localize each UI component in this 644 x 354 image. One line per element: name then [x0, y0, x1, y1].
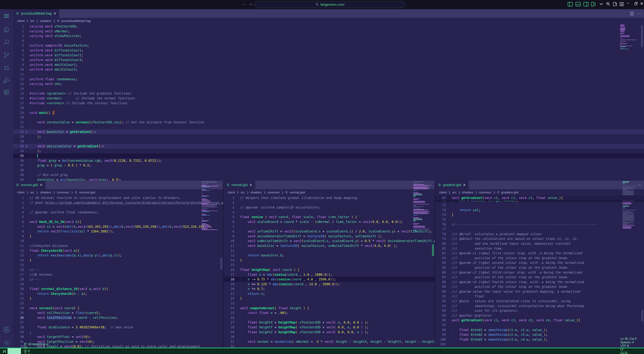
line-number[interactable]: 21	[13, 120, 24, 125]
line-number[interactable]: 5	[13, 215, 24, 219]
line-number[interactable]: 21	[13, 291, 24, 296]
code-line[interactable]: 11 vec4 baseColor = texture2D( noiseText…	[224, 243, 435, 248]
minimap[interactable]	[413, 181, 431, 231]
line-number[interactable]: 38	[13, 168, 24, 173]
split-editor-icon[interactable]	[630, 11, 634, 15]
line-number[interactable]: 10	[13, 67, 24, 72]
code-line[interactable]: 37 gray = ( gray - 0.5 ) * 0.2;	[13, 163, 644, 168]
line-number[interactable]: 18	[224, 277, 234, 282]
breadcrumb-item[interactable]: common	[268, 191, 280, 194]
line-number[interactable]: 30	[13, 144, 24, 149]
status-item[interactable]: GLSL	[620, 351, 636, 354]
breadcrumb-item[interactable]: gradient.glsl	[501, 191, 518, 194]
code-line[interactable]: 73 return col;	[435, 208, 644, 213]
close-tab-icon[interactable]: ✕	[54, 11, 56, 15]
code-line[interactable]: 9}	[13, 234, 223, 239]
breadcrumb[interactable]: client❯src❯shaders❯proceduralMetal.frag	[13, 18, 644, 24]
code-line[interactable]: 34 );	[13, 148, 644, 153]
line-number[interactable]: 15	[13, 91, 24, 96]
status-item-warning[interactable]: 0	[24, 353, 48, 354]
code-line[interactable]: 79/// @detail the calculations are based…	[435, 236, 644, 241]
line-number[interactable]: 92	[435, 299, 446, 304]
code-line[interactable]: 10	[13, 239, 223, 243]
code-area[interactable]: 70 col = mix(c1.rgb, c2.rgb, blend1);71 …	[435, 195, 644, 348]
line-number[interactable]: 91	[435, 294, 446, 299]
line-number[interactable]: 8	[13, 229, 24, 234]
line-number[interactable]: 94	[435, 308, 446, 313]
line-number[interactable]: 72	[435, 203, 446, 208]
close-tab-icon[interactable]: ✕	[40, 183, 42, 187]
run-and-debug-icon[interactable]	[0, 75, 13, 86]
line-number[interactable]: 7	[224, 224, 234, 229]
line-number[interactable]: 28	[13, 325, 24, 330]
code-line[interactable]: 1varying vec3 vTexCoord3D;	[13, 24, 644, 29]
breadcrumb-item[interactable]: proceduralMetal.frag	[62, 19, 90, 23]
code-line[interactable]: 92/// @note values are interpolated clos…	[435, 299, 644, 304]
code-line[interactable]: 8uniform vec4 diffuseColour3;	[13, 57, 644, 62]
code-line[interactable]: 16//----	[13, 267, 223, 272]
code-line[interactable]: 23	[13, 301, 223, 306]
line-number[interactable]: 16	[13, 96, 24, 101]
code-line[interactable]: 24vec4 voronoi(vec3 coord) {	[13, 306, 223, 311]
code-line[interactable]: 3	[13, 205, 223, 210]
breadcrumb-item[interactable]: src	[241, 191, 245, 194]
code-line[interactable]: 84/// @param c2 [rgbw] second colour sto…	[435, 260, 644, 265]
line-number[interactable]: 34	[13, 148, 24, 153]
code-line[interactable]: 2// @see https://github.com/kinakomoti-3…	[13, 200, 223, 205]
code-line[interactable]: 77	[435, 227, 644, 232]
code-line[interactable]: 9 vec4 noiseGeneratorTimeShift = texture…	[224, 234, 435, 239]
scrollbar-thumb[interactable]	[641, 25, 643, 47]
code-line[interactable]: 85/// position of the colour stop on the…	[435, 265, 644, 270]
code-line[interactable]: 26 vec3 localPosition = coord - cellPosi…	[13, 315, 223, 320]
line-number[interactable]: 10	[224, 239, 234, 243]
code-line[interactable]: 19	[13, 282, 223, 287]
code-line[interactable]: 17//3D Voronoi	[13, 272, 223, 277]
fold-chevron-icon[interactable]: ❯	[24, 144, 30, 149]
code-line[interactable]: 2	[224, 200, 435, 205]
line-number[interactable]: 3	[13, 205, 24, 210]
zoom-in-icon[interactable]	[606, 2, 610, 6]
line-number[interactable]: 78	[435, 232, 446, 237]
line-number[interactable]: 29	[224, 330, 234, 335]
breadcrumb-item[interactable]: shaders	[462, 191, 474, 194]
code-line[interactable]: 21 return Checyshev3D(b - a);	[13, 291, 223, 296]
code-line[interactable]: 3// @param: uniform sampler2D noiseTextu…	[224, 205, 435, 210]
line-number[interactable]: 40	[13, 177, 24, 181]
remote-chip[interactable]	[8, 348, 21, 354]
code-line[interactable]: 19 n += 0.125 * abs(snoise(coord , 14.0 …	[224, 282, 435, 287]
fold-chevron-icon[interactable]: ❯	[24, 129, 30, 134]
account-icon[interactable]	[0, 324, 13, 335]
code-line[interactable]: 13varying vec3 vUv;	[13, 81, 644, 86]
line-number[interactable]: 30	[13, 335, 24, 339]
breadcrumb-item[interactable]: common	[479, 191, 492, 194]
line-number[interactable]: 23	[224, 301, 234, 306]
breadcrumb-item[interactable]: voronoi.glsl	[79, 191, 95, 194]
code-line[interactable]: 16float heightMap( vec3 coord ) {	[224, 267, 435, 272]
code-line[interactable]: 82/// @param c1 [rgbw] first colour stop…	[435, 251, 644, 256]
line-number[interactable]: 99	[435, 332, 446, 337]
line-number[interactable]: 100	[435, 337, 446, 342]
line-number[interactable]: 95	[435, 313, 446, 318]
line-number[interactable]: 13	[224, 253, 234, 258]
line-number[interactable]: 20	[13, 115, 24, 120]
code-line[interactable]: 24vec3 computeNormal( float height ) {	[224, 306, 435, 311]
line-number[interactable]: 64	[435, 195, 446, 200]
breadcrumb[interactable]: client❯src❯shaders❯common❯gradient.glsl	[435, 189, 644, 195]
line-number[interactable]: 96	[435, 318, 446, 323]
split-left-icon[interactable]	[567, 2, 573, 7]
line-number[interactable]: 13	[13, 81, 24, 86]
code-line[interactable]: 29 float heightZ = heightMap( vTexCoord3…	[224, 330, 435, 335]
code-line[interactable]: 88/// @param c4 [rgbw] fourth colour sto…	[435, 280, 644, 285]
code-line[interactable]: 12float Checyshev3D(vec3 p){	[13, 248, 223, 253]
line-number[interactable]: 83	[435, 256, 446, 261]
code-area[interactable]: 1varying vec3 vTexCoord3D;2varying vec3 …	[13, 24, 644, 181]
split-right-icon[interactable]	[583, 2, 589, 7]
scrollbar-thumb[interactable]	[641, 310, 643, 322]
close-tab-icon[interactable]: ✕	[250, 183, 252, 187]
tab-gradient[interactable]: gradient.glsl ✕	[435, 181, 469, 189]
breadcrumb-item[interactable]: shaders	[40, 19, 52, 23]
line-number[interactable]: 22	[224, 296, 234, 301]
code-line[interactable]: 7	[224, 224, 435, 229]
line-number[interactable]: 11	[13, 243, 24, 248]
code-line[interactable]: 1// 3D Voronoi function to calculate dis…	[13, 195, 223, 200]
